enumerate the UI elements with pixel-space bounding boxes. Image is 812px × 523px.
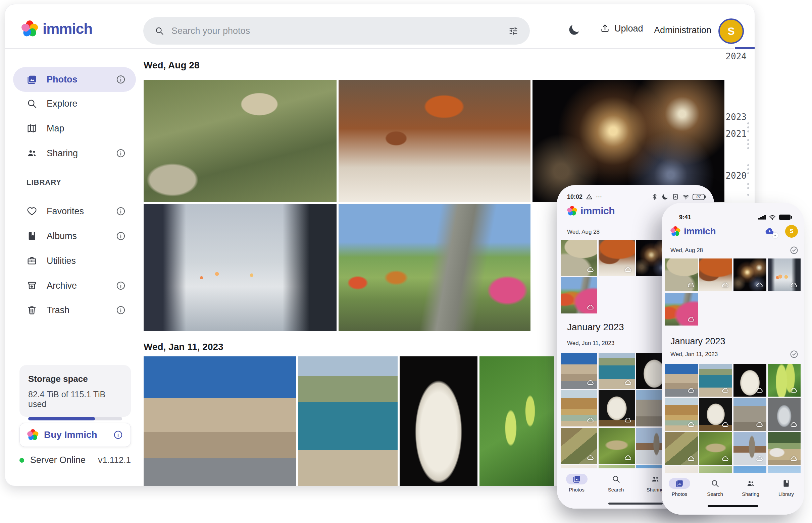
photo-holding-hands[interactable] [144,204,336,331]
photo-dinner-table[interactable] [339,80,531,202]
search-input[interactable] [171,26,501,36]
storage-title: Storage space [28,374,122,384]
sidebar-item-explore[interactable]: Explore [13,91,136,116]
photo-autumn-path[interactable] [665,293,698,326]
photo-coastal-town[interactable] [699,364,732,397]
theme-toggle-moon-icon[interactable] [567,23,581,37]
sidebar-item-map[interactable]: Map [13,116,136,141]
info-icon[interactable] [116,281,126,291]
timeline-dot [747,183,749,185]
upload-button[interactable]: Upload [600,23,643,34]
search-icon [612,475,620,484]
photo-dinner-table[interactable] [599,240,635,276]
nav-photos[interactable]: Photos [662,478,697,497]
cloud-backup-icon [624,454,632,462]
storage-progress-fill [28,417,95,420]
photo-lizard-leaves[interactable] [665,432,698,465]
wifi-icon [769,214,776,221]
photo-beach-cliff[interactable] [561,390,597,427]
date-row: Wed, Jan 11, 2023 [670,350,799,359]
photo-lizard-leaves[interactable] [561,428,597,464]
cloud-sync-icon[interactable] [762,225,777,237]
timeline-dot [747,143,749,145]
app-logo[interactable]: immich [21,20,92,37]
photo-winter-church[interactable] [733,432,766,465]
info-icon[interactable] [116,148,126,158]
timeline-year-2023[interactable]: 2023 [716,112,746,122]
nav-search[interactable]: Search [697,478,733,497]
map-icon [27,123,37,134]
photo-dinner-table[interactable] [699,258,732,291]
photo-marble-relief[interactable] [599,390,635,427]
cloud-backup-icon [790,386,798,394]
timeline-year-2024[interactable]: 2024 [716,51,746,61]
nav-photos[interactable]: Photos [557,474,596,492]
server-status-row: Server Online v1.112.1 [19,455,131,465]
info-icon[interactable] [113,430,123,440]
date-heading-jan: Wed, Jan 11, 2023 [144,342,223,353]
photo-castle-ruins[interactable] [733,398,766,431]
sidebar-item-albums[interactable]: Albums [13,223,136,249]
timeline-year-2020[interactable]: 2020 [716,170,746,181]
sidebar-item-trash[interactable]: Trash [13,298,136,323]
photo-monkeys[interactable] [665,258,698,291]
photo-silver-ornament[interactable] [768,398,800,431]
photo-fortress-walls[interactable] [144,356,296,486]
select-all-check-icon[interactable] [790,350,799,359]
timeline-dot [747,187,749,189]
nav-search[interactable]: Search [596,474,636,492]
photo-coastal-town[interactable] [298,356,398,486]
photo-green-berries[interactable] [768,364,800,397]
photo-lizard-moss[interactable] [699,432,732,465]
info-icon[interactable] [116,206,126,216]
photo-marble-bust[interactable] [400,356,478,486]
month-heading: January 2023 [567,322,624,332]
info-icon[interactable] [116,74,126,85]
heart-icon [27,206,37,217]
nav-library[interactable]: Library [768,478,804,497]
photo-monkeys[interactable] [561,240,597,276]
info-icon[interactable] [116,305,126,315]
timeline-dot [747,122,749,124]
photo-fireworks[interactable] [533,80,724,202]
photo-marble-relief[interactable] [699,398,732,431]
administration-link[interactable]: Administration [654,25,711,36]
photo-beach-cliff[interactable] [665,398,698,431]
info-icon[interactable] [116,231,126,241]
photo-marble-bust[interactable] [733,364,766,397]
photos-icon [675,479,684,488]
photo-fortress-walls[interactable] [561,353,597,389]
photo-fortress-walls[interactable] [665,364,698,397]
archive-icon [27,280,37,291]
sidebar-item-photos[interactable]: Photos [13,67,136,92]
photo-alpine-village[interactable] [768,432,800,465]
storage-usage-text: 82.4 TiB of 115.1 TiB used [28,390,122,409]
cloud-backup-icon [587,266,594,274]
search-filter-icon[interactable] [508,26,518,36]
search-bar[interactable] [143,17,530,44]
mobile-app-mockup-ios: 9:41 immich S Wed, Aug 28 January 2023 [662,203,804,515]
photo-autumn-path[interactable] [339,204,531,331]
cloud-backup-icon [721,386,729,394]
sidebar-item-sharing[interactable]: Sharing [13,141,136,166]
user-avatar[interactable]: S [785,225,798,238]
cloud-backup-icon [790,281,798,289]
immich-logo-icon [567,206,577,216]
date-row: Wed, Jan 11, 2023 [567,340,615,347]
sidebar-item-utilities[interactable]: Utilities [13,249,136,273]
photo-coastal-town[interactable] [599,353,635,389]
user-avatar[interactable]: S [719,18,744,44]
nav-sharing[interactable]: Sharing [733,478,768,497]
timeline-year-2021[interactable]: 2021 [716,129,746,139]
photo-holding-hands[interactable] [768,258,800,291]
photo-green-berries[interactable] [480,356,554,486]
sidebar-item-archive[interactable]: Archive [13,273,136,298]
photo-lizard-moss[interactable] [599,428,635,464]
buy-immich-button[interactable]: Buy Immich [19,423,131,447]
photo-fireworks[interactable] [733,258,766,291]
cloud-backup-icon [624,266,632,274]
photo-monkeys[interactable] [144,80,336,202]
photo-autumn-path[interactable] [561,277,597,313]
sidebar-item-favorites[interactable]: Favorites [13,199,136,223]
select-all-check-icon[interactable] [790,246,799,255]
